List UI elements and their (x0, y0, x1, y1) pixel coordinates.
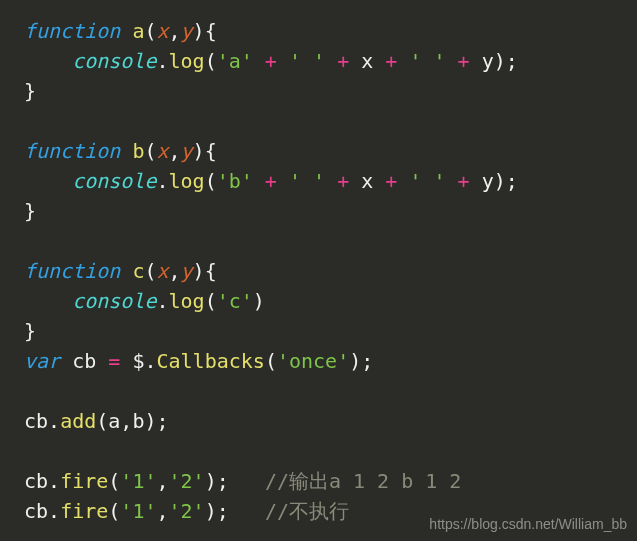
var-cb: cb (24, 499, 48, 523)
keyword-function: function (24, 139, 120, 163)
ref-x: x (361, 169, 373, 193)
string-b: 'b' (217, 169, 253, 193)
paren: ( (144, 19, 156, 43)
keyword-function: function (24, 259, 120, 283)
ref-y: y (482, 169, 494, 193)
console-obj: console (72, 289, 156, 313)
plus-op: + (385, 169, 397, 193)
paren: ( (144, 259, 156, 283)
watermark: https://blog.csdn.net/William_bb (429, 514, 627, 535)
code-block: function a(x,y){ console.log('a' + ' ' +… (0, 0, 637, 526)
paren: ) (494, 49, 506, 73)
string-2: '2' (169, 469, 205, 493)
param-x: x (156, 139, 168, 163)
fn-name-c: c (132, 259, 144, 283)
semicolon: ; (217, 499, 229, 523)
paren: ) (253, 289, 265, 313)
fn-name-a: a (132, 19, 144, 43)
paren: ){ (193, 139, 217, 163)
comma: , (169, 259, 181, 283)
string-once: 'once' (277, 349, 349, 373)
string-a: 'a' (217, 49, 253, 73)
comma: , (120, 409, 132, 433)
comment-output: //输出a 1 2 b 1 2 (265, 469, 462, 493)
paren: ( (144, 139, 156, 163)
paren: ( (205, 289, 217, 313)
comment-noexec: //不执行 (265, 499, 349, 523)
param-x: x (156, 19, 168, 43)
string-space: ' ' (409, 49, 445, 73)
var-cb: cb (24, 409, 48, 433)
dot: . (48, 409, 60, 433)
ref-x: x (361, 49, 373, 73)
semicolon: ; (157, 409, 169, 433)
fire-method: fire (60, 499, 108, 523)
comma: , (169, 139, 181, 163)
arg-a: a (108, 409, 120, 433)
string-space: ' ' (289, 49, 325, 73)
plus-op: + (265, 169, 277, 193)
keyword-var: var (24, 349, 60, 373)
plus-op: + (337, 169, 349, 193)
semicolon: ; (217, 469, 229, 493)
brace: } (24, 79, 36, 103)
paren: ( (205, 49, 217, 73)
equals-op: = (108, 349, 120, 373)
plus-op: + (458, 169, 470, 193)
paren: ( (265, 349, 277, 373)
paren: ( (108, 469, 120, 493)
dollar-jquery: $ (132, 349, 144, 373)
dot: . (48, 469, 60, 493)
log-method: log (169, 289, 205, 313)
comma: , (169, 19, 181, 43)
semicolon: ; (506, 169, 518, 193)
var-cb: cb (72, 349, 96, 373)
fn-name-b: b (132, 139, 144, 163)
dot: . (156, 289, 168, 313)
paren: ) (349, 349, 361, 373)
string-space: ' ' (409, 169, 445, 193)
string-2: '2' (169, 499, 205, 523)
comma: , (156, 499, 168, 523)
console-obj: console (72, 49, 156, 73)
paren: ) (144, 409, 156, 433)
param-x: x (156, 259, 168, 283)
paren: ( (108, 499, 120, 523)
plus-op: + (385, 49, 397, 73)
string-1: '1' (120, 499, 156, 523)
plus-op: + (337, 49, 349, 73)
keyword-function: function (24, 19, 120, 43)
plus-op: + (458, 49, 470, 73)
callbacks-method: Callbacks (157, 349, 265, 373)
brace: } (24, 319, 36, 343)
paren: ( (205, 169, 217, 193)
ref-y: y (482, 49, 494, 73)
dot: . (156, 169, 168, 193)
paren: ) (205, 499, 217, 523)
var-cb: cb (24, 469, 48, 493)
paren: ) (494, 169, 506, 193)
console-obj: console (72, 169, 156, 193)
paren: ){ (193, 19, 217, 43)
param-y: y (181, 259, 193, 283)
log-method: log (169, 49, 205, 73)
paren: ){ (193, 259, 217, 283)
add-method: add (60, 409, 96, 433)
log-method: log (169, 169, 205, 193)
arg-b: b (132, 409, 144, 433)
dot: . (48, 499, 60, 523)
fire-method: fire (60, 469, 108, 493)
dot: . (144, 349, 156, 373)
string-space: ' ' (289, 169, 325, 193)
paren: ( (96, 409, 108, 433)
comma: , (156, 469, 168, 493)
plus-op: + (265, 49, 277, 73)
string-c: 'c' (217, 289, 253, 313)
semicolon: ; (506, 49, 518, 73)
semicolon: ; (361, 349, 373, 373)
param-y: y (181, 19, 193, 43)
param-y: y (181, 139, 193, 163)
paren: ) (205, 469, 217, 493)
brace: } (24, 199, 36, 223)
dot: . (156, 49, 168, 73)
